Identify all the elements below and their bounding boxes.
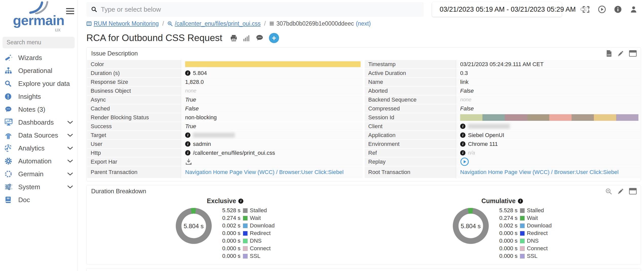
- table-row: Export Har: [87, 158, 363, 166]
- next-link[interactable]: (next): [356, 20, 371, 27]
- field-value: False: [456, 104, 640, 113]
- cumulative-donut-chart: Cumulative i 5.804 s 5.528 sStalled0.274…: [364, 197, 641, 260]
- table-row: AsyncTrue: [87, 95, 363, 104]
- panel-title: Duration Breakdown: [91, 188, 146, 195]
- legend-item: 5.528 sStalled: [495, 207, 552, 214]
- legend-label: Connect: [250, 245, 271, 252]
- zoom-in-icon: [167, 21, 173, 26]
- replay-play-icon[interactable]: [460, 157, 469, 166]
- field-value: in/a: [456, 149, 640, 157]
- table-row: SuccessTrue: [87, 122, 363, 130]
- table-row: Duration (s)i5.804: [87, 69, 363, 77]
- window-icon[interactable]: [629, 188, 637, 195]
- sidebar-item-dashboards[interactable]: Dashboards: [0, 116, 77, 129]
- redacted-value: [468, 124, 510, 129]
- download-har-icon[interactable]: [185, 158, 192, 165]
- legend-item: 0.000 sDNS: [495, 237, 552, 245]
- legend-value: 0.274 s: [218, 215, 241, 221]
- legend-item: 0.000 sConnect: [218, 245, 275, 252]
- legend-item: 0.000 sRedirect: [218, 229, 275, 237]
- donut-total: 5.804 s: [461, 222, 481, 229]
- sidebar-item-doc[interactable]: Doc: [0, 193, 77, 206]
- field-label: Cached: [87, 104, 181, 113]
- csv-export-icon[interactable]: CSV: [606, 50, 612, 57]
- chart-bars-icon[interactable]: [243, 35, 250, 41]
- field-value: iSiebel OpenUI: [456, 131, 640, 139]
- field-label: Timestamp: [365, 60, 456, 68]
- legend-swatch: [520, 223, 525, 228]
- transaction-link[interactable]: Navigation Home Page View (WCC) / Browse…: [185, 169, 344, 176]
- field-value: [181, 158, 363, 166]
- sidebar-item-label: Notes (3): [18, 106, 45, 113]
- sidebar: germain ux Wizards Operational Explore y…: [0, 0, 77, 271]
- play-circle-icon[interactable]: [598, 5, 606, 13]
- edit-icon[interactable]: [617, 188, 624, 195]
- field-value: i: [181, 131, 363, 139]
- field-value: none: [456, 95, 640, 104]
- sidebar-search[interactable]: [3, 37, 75, 48]
- legend-item: 0.000 sSSL: [495, 252, 552, 260]
- global-search-input[interactable]: [101, 6, 419, 13]
- sidebar-item-notes[interactable]: Notes (3): [0, 103, 77, 116]
- table-row: Refin/a: [365, 149, 640, 157]
- legend-value: 0.000 s: [495, 238, 518, 244]
- sidebar-item-data-sources[interactable]: Data Sources: [0, 129, 77, 142]
- legend-swatch: [243, 246, 248, 251]
- info-circle-icon[interactable]: [614, 6, 622, 13]
- field-value: True: [181, 122, 363, 130]
- legend-item: 0.000 sRedirect: [495, 229, 552, 237]
- field-label: Session Id: [365, 113, 456, 122]
- field-value: False: [181, 104, 363, 113]
- legend-value: 0.000 s: [218, 245, 241, 252]
- sidebar-nav: Wizards Operational Explore your data In…: [0, 50, 77, 206]
- sidebar-item-analytics[interactable]: Analytics: [0, 142, 77, 155]
- breadcrumb-item-resource[interactable]: /callcenter_enu/files/print_oui.css: [167, 20, 261, 27]
- app-logo: germain ux: [0, 0, 77, 33]
- chevron-down-icon: [67, 159, 73, 163]
- sidebar-search-input[interactable]: [7, 39, 71, 46]
- sidebar-item-explore[interactable]: Explore your data: [0, 77, 77, 90]
- table-row: ApplicationiSiebel OpenUI: [365, 131, 640, 139]
- data-source-icon: [5, 131, 15, 139]
- donut-total: 5.804 s: [184, 222, 204, 229]
- sidebar-item-automation[interactable]: Automation: [0, 155, 77, 168]
- date-range-picker[interactable]: 03/21/2023 05:19 AM - 03/21/2023 05:29 A…: [432, 2, 562, 17]
- field-label: User: [87, 140, 181, 148]
- add-button[interactable]: +: [269, 33, 279, 43]
- sidebar-item-system[interactable]: System: [0, 181, 77, 193]
- printer-icon[interactable]: [230, 34, 238, 42]
- comments-icon: [5, 106, 15, 113]
- sidebar-item-germain[interactable]: Germain: [0, 168, 77, 181]
- legend-swatch: [520, 208, 525, 213]
- window-icon[interactable]: [629, 50, 637, 57]
- comment-icon[interactable]: [256, 34, 263, 42]
- field-value: Navigation Home Page View (WCC) / Browse…: [456, 166, 640, 178]
- legend-item: 0.000 sConnect: [495, 245, 552, 252]
- legend-label: SSL: [527, 253, 538, 259]
- legend-swatch: [243, 231, 248, 236]
- field-label: Backend Sequence: [365, 95, 456, 104]
- table-row: Response Size1,828.0: [87, 78, 363, 86]
- info-icon: i: [518, 199, 523, 204]
- field-label: Root Transaction: [365, 166, 456, 178]
- hamburger-menu-icon[interactable]: [66, 8, 74, 16]
- field-value: isadmin: [181, 140, 363, 148]
- zoom-in-icon[interactable]: [605, 188, 612, 195]
- sidebar-item-wizards[interactable]: Wizards: [0, 51, 77, 64]
- user-icon[interactable]: [630, 6, 637, 13]
- legend-item: 0.002 sDownload: [495, 222, 552, 229]
- global-search[interactable]: [86, 2, 424, 17]
- sidebar-item-label: Operational: [18, 67, 52, 75]
- transaction-link[interactable]: Navigation Home Page View (WCC) / Browse…: [460, 169, 619, 176]
- session-id-band[interactable]: [460, 114, 638, 121]
- fullscreen-icon[interactable]: [582, 6, 590, 13]
- breadcrumb-item-dashboard[interactable]: RUM Network Monitoring: [86, 20, 159, 27]
- legend-label: SSL: [250, 253, 261, 259]
- logo-swoosh-icon: [27, 1, 50, 14]
- sidebar-item-insights[interactable]: Insights: [0, 90, 77, 103]
- legend-value: 0.002 s: [495, 222, 518, 229]
- edit-icon[interactable]: [617, 50, 624, 57]
- sidebar-item-operational[interactable]: Operational: [0, 64, 77, 77]
- sidebar-item-label: Explore your data: [18, 80, 70, 88]
- info-icon: i: [460, 132, 465, 138]
